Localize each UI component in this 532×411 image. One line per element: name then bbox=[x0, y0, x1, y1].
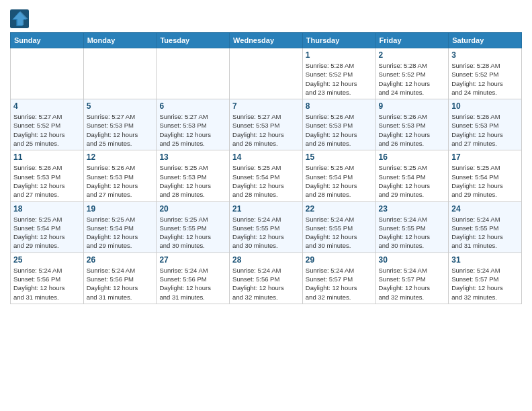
day-number: 29 bbox=[306, 255, 373, 265]
day-number: 16 bbox=[379, 152, 446, 162]
day-info: Sunrise: 5:25 AM Sunset: 5:54 PM Dayligh… bbox=[13, 215, 81, 250]
day-info: Sunrise: 5:26 AM Sunset: 5:53 PM Dayligh… bbox=[306, 112, 373, 148]
day-info: Sunrise: 5:27 AM Sunset: 5:52 PM Dayligh… bbox=[13, 112, 81, 148]
day-number: 5 bbox=[87, 101, 154, 111]
day-cell-7: 7Sunrise: 5:27 AM Sunset: 5:53 PM Daylig… bbox=[230, 99, 303, 150]
day-cell-17: 17Sunrise: 5:25 AM Sunset: 5:54 PM Dayli… bbox=[449, 150, 522, 201]
day-number: 6 bbox=[159, 101, 226, 111]
day-cell-13: 13Sunrise: 5:25 AM Sunset: 5:53 PM Dayli… bbox=[157, 150, 230, 201]
empty-cell bbox=[83, 48, 157, 99]
day-number: 31 bbox=[451, 255, 519, 265]
day-number: 25 bbox=[13, 255, 81, 265]
day-cell-18: 18Sunrise: 5:25 AM Sunset: 5:54 PM Dayli… bbox=[11, 201, 84, 253]
day-info: Sunrise: 5:24 AM Sunset: 5:55 PM Dayligh… bbox=[451, 215, 519, 250]
day-info: Sunrise: 5:26 AM Sunset: 5:53 PM Dayligh… bbox=[379, 112, 446, 148]
header-cell-tuesday: Tuesday bbox=[157, 33, 230, 48]
day-number: 10 bbox=[451, 101, 519, 111]
day-number: 26 bbox=[87, 255, 154, 265]
week-row-5: 25Sunrise: 5:24 AM Sunset: 5:56 PM Dayli… bbox=[11, 253, 522, 304]
day-number: 18 bbox=[13, 204, 81, 214]
day-cell-25: 25Sunrise: 5:24 AM Sunset: 5:56 PM Dayli… bbox=[11, 253, 84, 304]
day-cell-3: 3Sunrise: 5:28 AM Sunset: 5:52 PM Daylig… bbox=[449, 48, 522, 99]
day-number: 19 bbox=[87, 204, 154, 214]
day-cell-23: 23Sunrise: 5:24 AM Sunset: 5:55 PM Dayli… bbox=[375, 201, 449, 253]
day-cell-29: 29Sunrise: 5:24 AM Sunset: 5:57 PM Dayli… bbox=[302, 253, 375, 304]
day-cell-30: 30Sunrise: 5:24 AM Sunset: 5:57 PM Dayli… bbox=[375, 253, 449, 304]
day-number: 24 bbox=[451, 204, 519, 214]
day-number: 2 bbox=[379, 50, 446, 60]
day-cell-1: 1Sunrise: 5:28 AM Sunset: 5:52 PM Daylig… bbox=[302, 48, 375, 99]
day-number: 20 bbox=[159, 204, 226, 214]
day-number: 14 bbox=[232, 152, 300, 162]
header-cell-thursday: Thursday bbox=[302, 33, 375, 48]
day-info: Sunrise: 5:24 AM Sunset: 5:56 PM Dayligh… bbox=[159, 266, 226, 302]
day-number: 13 bbox=[159, 152, 226, 162]
day-number: 7 bbox=[232, 101, 300, 111]
day-info: Sunrise: 5:26 AM Sunset: 5:53 PM Dayligh… bbox=[13, 163, 81, 199]
day-number: 9 bbox=[379, 101, 446, 111]
day-cell-15: 15Sunrise: 5:25 AM Sunset: 5:54 PM Dayli… bbox=[302, 150, 375, 201]
day-info: Sunrise: 5:24 AM Sunset: 5:55 PM Dayligh… bbox=[306, 215, 373, 250]
day-number: 27 bbox=[159, 255, 226, 265]
week-row-3: 11Sunrise: 5:26 AM Sunset: 5:53 PM Dayli… bbox=[11, 150, 522, 201]
day-cell-22: 22Sunrise: 5:24 AM Sunset: 5:55 PM Dayli… bbox=[302, 201, 375, 253]
day-info: Sunrise: 5:27 AM Sunset: 5:53 PM Dayligh… bbox=[159, 112, 226, 148]
day-info: Sunrise: 5:24 AM Sunset: 5:55 PM Dayligh… bbox=[232, 215, 300, 250]
week-row-4: 18Sunrise: 5:25 AM Sunset: 5:54 PM Dayli… bbox=[11, 201, 522, 253]
day-cell-21: 21Sunrise: 5:24 AM Sunset: 5:55 PM Dayli… bbox=[230, 201, 303, 253]
day-cell-19: 19Sunrise: 5:25 AM Sunset: 5:54 PM Dayli… bbox=[83, 201, 157, 253]
day-number: 15 bbox=[306, 152, 373, 162]
day-info: Sunrise: 5:24 AM Sunset: 5:57 PM Dayligh… bbox=[379, 266, 446, 302]
day-info: Sunrise: 5:25 AM Sunset: 5:54 PM Dayligh… bbox=[87, 215, 154, 250]
calendar-table: SundayMondayTuesdayWednesdayThursdayFrid… bbox=[10, 32, 522, 304]
day-number: 30 bbox=[379, 255, 446, 265]
day-info: Sunrise: 5:24 AM Sunset: 5:56 PM Dayligh… bbox=[13, 266, 81, 302]
calendar-header: SundayMondayTuesdayWednesdayThursdayFrid… bbox=[11, 33, 522, 48]
calendar-body: 1Sunrise: 5:28 AM Sunset: 5:52 PM Daylig… bbox=[11, 48, 522, 304]
logo-icon bbox=[10, 9, 29, 28]
day-info: Sunrise: 5:25 AM Sunset: 5:54 PM Dayligh… bbox=[379, 163, 446, 199]
day-info: Sunrise: 5:24 AM Sunset: 5:56 PM Dayligh… bbox=[87, 266, 154, 302]
empty-cell bbox=[230, 48, 303, 99]
day-info: Sunrise: 5:24 AM Sunset: 5:56 PM Dayligh… bbox=[232, 266, 300, 302]
day-info: Sunrise: 5:26 AM Sunset: 5:53 PM Dayligh… bbox=[451, 112, 519, 148]
day-cell-28: 28Sunrise: 5:24 AM Sunset: 5:56 PM Dayli… bbox=[230, 253, 303, 304]
day-cell-2: 2Sunrise: 5:28 AM Sunset: 5:52 PM Daylig… bbox=[375, 48, 449, 99]
day-number: 8 bbox=[306, 101, 373, 111]
day-info: Sunrise: 5:25 AM Sunset: 5:54 PM Dayligh… bbox=[451, 163, 519, 199]
day-number: 21 bbox=[232, 204, 300, 214]
day-cell-20: 20Sunrise: 5:25 AM Sunset: 5:55 PM Dayli… bbox=[157, 201, 230, 253]
day-info: Sunrise: 5:27 AM Sunset: 5:53 PM Dayligh… bbox=[87, 112, 154, 148]
week-row-1: 1Sunrise: 5:28 AM Sunset: 5:52 PM Daylig… bbox=[11, 48, 522, 99]
day-cell-12: 12Sunrise: 5:26 AM Sunset: 5:53 PM Dayli… bbox=[83, 150, 157, 201]
day-info: Sunrise: 5:27 AM Sunset: 5:53 PM Dayligh… bbox=[232, 112, 300, 148]
day-info: Sunrise: 5:28 AM Sunset: 5:52 PM Dayligh… bbox=[306, 61, 373, 97]
day-number: 22 bbox=[306, 204, 373, 214]
day-info: Sunrise: 5:24 AM Sunset: 5:57 PM Dayligh… bbox=[451, 266, 519, 302]
day-cell-26: 26Sunrise: 5:24 AM Sunset: 5:56 PM Dayli… bbox=[83, 253, 157, 304]
empty-cell bbox=[157, 48, 230, 99]
day-cell-4: 4Sunrise: 5:27 AM Sunset: 5:52 PM Daylig… bbox=[11, 99, 84, 150]
day-info: Sunrise: 5:25 AM Sunset: 5:54 PM Dayligh… bbox=[306, 163, 373, 199]
day-cell-8: 8Sunrise: 5:26 AM Sunset: 5:53 PM Daylig… bbox=[302, 99, 375, 150]
week-row-2: 4Sunrise: 5:27 AM Sunset: 5:52 PM Daylig… bbox=[11, 99, 522, 150]
day-info: Sunrise: 5:25 AM Sunset: 5:54 PM Dayligh… bbox=[232, 163, 300, 199]
day-number: 17 bbox=[451, 152, 519, 162]
day-cell-16: 16Sunrise: 5:25 AM Sunset: 5:54 PM Dayli… bbox=[375, 150, 449, 201]
header-cell-saturday: Saturday bbox=[449, 33, 522, 48]
header-cell-monday: Monday bbox=[83, 33, 157, 48]
day-number: 1 bbox=[306, 50, 373, 60]
logo bbox=[10, 9, 32, 28]
header bbox=[10, 7, 522, 28]
day-cell-14: 14Sunrise: 5:25 AM Sunset: 5:54 PM Dayli… bbox=[230, 150, 303, 201]
day-cell-6: 6Sunrise: 5:27 AM Sunset: 5:53 PM Daylig… bbox=[157, 99, 230, 150]
day-cell-5: 5Sunrise: 5:27 AM Sunset: 5:53 PM Daylig… bbox=[83, 99, 157, 150]
day-number: 23 bbox=[379, 204, 446, 214]
day-number: 28 bbox=[232, 255, 300, 265]
day-cell-31: 31Sunrise: 5:24 AM Sunset: 5:57 PM Dayli… bbox=[449, 253, 522, 304]
day-info: Sunrise: 5:24 AM Sunset: 5:57 PM Dayligh… bbox=[306, 266, 373, 302]
day-info: Sunrise: 5:24 AM Sunset: 5:55 PM Dayligh… bbox=[379, 215, 446, 250]
day-number: 11 bbox=[13, 152, 81, 162]
header-cell-sunday: Sunday bbox=[11, 33, 84, 48]
day-info: Sunrise: 5:28 AM Sunset: 5:52 PM Dayligh… bbox=[379, 61, 446, 97]
